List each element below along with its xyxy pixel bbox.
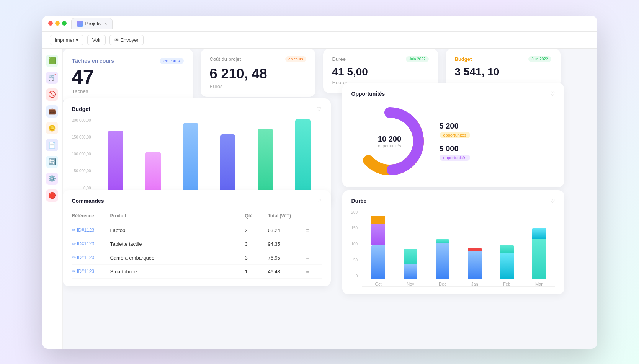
duree-mar-label: Mar [535,282,543,286]
bar-oct: Oct [108,131,123,198]
budget-mini-title: Budget Juin 2022 [455,56,551,62]
imprimer-button[interactable]: Imprimer ▾ [50,35,83,45]
sidebar-item-settings[interactable]: ⚙️ [46,173,58,185]
dot-yellow[interactable] [55,21,60,26]
duree-bar-nov: Nov [404,249,417,286]
duree-bar-mar: Mar [532,228,546,286]
duree-y-0: 0 [351,274,358,278]
dot-red[interactable] [48,21,53,26]
sidebar-item-alert[interactable]: 🔴 [46,189,58,202]
sidebar-item-briefcase[interactable]: 💼 [46,105,58,118]
row3-ref: ✏ ID#1123 [72,255,110,260]
commandes-title: Commandes [72,198,104,204]
sidebar-item-block[interactable]: 🚫 [46,88,58,101]
y-label-3: 100 000,00 [72,152,91,156]
dashboard-area: Tâches en cours en cours 47 Tâches Coût … [63,49,597,349]
dec-seg-blue [436,243,449,279]
feb-seg-teal [500,245,514,253]
duree-oct-label: Oct [375,282,382,286]
budget-mini-card: Budget Juin 2022 3 541, 10 [446,49,561,87]
col-ref: Référence [72,213,110,219]
legend-item-2: 5 000 opportunités [440,144,471,161]
row3-produit: Caméra embarquée [110,255,245,261]
jan-seg-red [468,248,482,251]
duree-chart-heart[interactable]: ♡ [550,198,555,204]
legend-badge-2: opportunités [440,155,471,161]
col-qte: Qté [245,213,268,219]
y-label-5: 200 000,00 [72,118,91,122]
tasks-label: Tâches [72,88,184,94]
commandes-card: Commandes ♡ Référence Produit Qté Total … [63,190,331,286]
row2-ref: ✏ ID#1123 [72,241,110,246]
duree-title: Durée Juin 2022 [332,56,429,62]
voir-button[interactable]: Voir [87,35,106,45]
commandes-header: Commandes ♡ [72,198,322,204]
budget-mini-badge: Juin 2022 [528,56,551,62]
opportunities-heart[interactable]: ♡ [550,91,555,97]
tasks-badge: en cours [160,58,183,64]
cost-value: 6 210, 48 [210,66,306,82]
col-actions [306,213,322,219]
edit-icon-1[interactable]: ✏ [72,227,77,233]
row3-menu[interactable]: ≡ [306,255,322,261]
duree-feb-label: Feb [503,282,510,286]
edit-icon-4[interactable]: ✏ [72,269,77,274]
nov-seg-teal [404,249,417,264]
budget-chart-heart[interactable]: ♡ [317,106,322,112]
bar-jan-rect [220,134,235,190]
legend-value-1: 5 200 [440,122,471,131]
browser-window: Projets × Imprimer ▾ Voir ✉ Envoyer 🟩 🛒 … [42,16,597,349]
oct-seg-orange [371,216,385,224]
cost-card: Coût du projet en cours 6 210, 48 Euros [201,49,315,97]
duree-bar-dec: Dec [436,239,449,286]
tab-close-button[interactable]: × [105,21,107,26]
duree-chart-header: Durée ♡ [351,198,555,204]
sidebar-item-document[interactable]: 📄 [46,139,58,151]
browser-tab[interactable]: Projets × [71,18,113,29]
duree-bar-jan: Jan [468,248,482,286]
bar-mar: Mar [295,119,311,198]
sidebar-item-cart[interactable]: 🛒 [46,72,58,84]
sidebar-item-refresh[interactable]: 🔄 [46,156,58,168]
duree-jan-label: Jan [471,282,478,286]
row2-menu[interactable]: ≡ [306,241,322,247]
duree-bar-feb: Feb [500,245,514,286]
y-label-1: 0,00 [72,186,91,190]
cost-badge: en cours [285,56,306,62]
edit-icon-3[interactable]: ✏ [72,255,77,260]
dot-green[interactable] [62,21,67,26]
col-total: Total (W.T) [268,213,306,219]
bar-mar-rect [295,119,311,190]
bar-feb-rect [258,129,273,190]
browser-titlebar: Projets × [42,16,597,32]
envoyer-button[interactable]: ✉ Envoyer [109,35,144,45]
table-row: ✏ ID#1123 Smartphone 1 46.48 ≡ [72,265,322,279]
row4-qte: 1 [245,269,268,274]
donut-legend: 5 200 opportunités 5 000 opportunités [440,122,471,161]
col-produit: Produit [110,213,245,219]
duree-chart-title: Durée [351,198,367,204]
duree-bar-oct: Oct [371,216,385,286]
legend-item-1: 5 200 opportunités [440,122,471,138]
bar-dec-rect [183,123,198,190]
row2-total: 94.35 [268,241,306,247]
browser-dots [48,21,67,26]
bar-dec: Dec [183,123,198,198]
edit-icon-2[interactable]: ✏ [72,241,77,246]
table-header: Référence Produit Qté Total (W.T) [72,210,322,222]
cost-unit: Euros [210,83,306,89]
sidebar-item-grid[interactable]: 🟩 [46,55,58,67]
tab-label: Projets [85,21,101,26]
row1-menu[interactable]: ≡ [306,227,322,233]
y-label-2: 50 000,00 [72,169,91,173]
duree-dec-label: Dec [439,282,446,286]
budget-mini-value: 3 541, 10 [455,66,551,78]
row2-produit: Tablette tactile [110,241,245,247]
row4-menu[interactable]: ≡ [306,269,322,274]
main-content: 🟩 🛒 🚫 💼 🪙 📄 🔄 ⚙️ 🔴 Tâches en cours en co… [42,49,597,349]
commandes-heart[interactable]: ♡ [317,198,322,204]
sidebar-item-coin[interactable]: 🪙 [46,122,58,134]
row4-ref: ✏ ID#1123 [72,269,110,274]
row4-produit: Smartphone [110,269,245,274]
bar-feb: Feb [258,129,273,198]
